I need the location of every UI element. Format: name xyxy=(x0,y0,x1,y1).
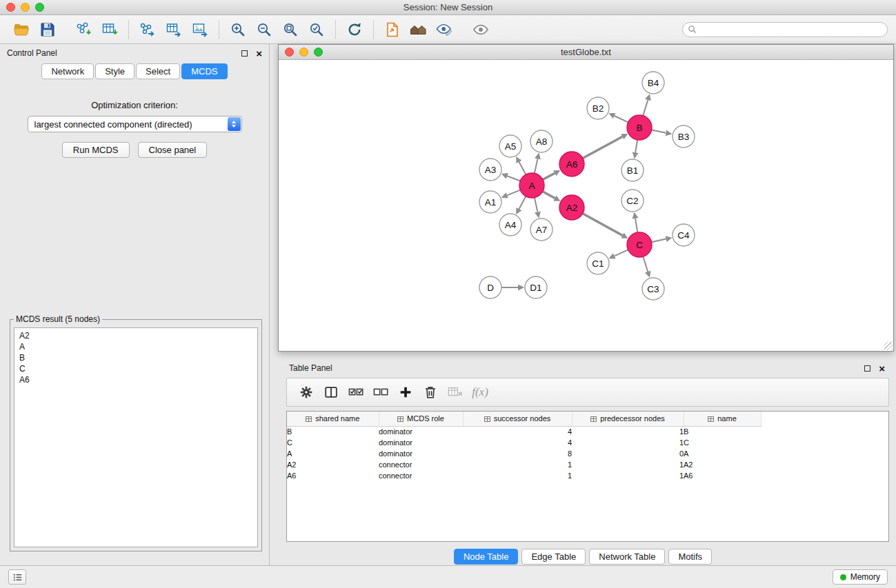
network-edge-A-A1[interactable] xyxy=(507,190,520,196)
export-image-button[interactable] xyxy=(187,18,213,41)
column-header-name[interactable]: name xyxy=(684,412,761,426)
network-edge-A-A7[interactable] xyxy=(535,198,538,212)
delete-column-button[interactable] xyxy=(418,381,443,404)
tab-network[interactable]: Network xyxy=(41,63,94,79)
tab-edge-table[interactable]: Edge Table xyxy=(521,549,586,565)
network-graph[interactable]: B4B2BB3A5A8A6A3B1AC2A1A2A4A7C4CC1C3DD1 xyxy=(279,60,893,351)
network-node-A8[interactable]: A8 xyxy=(530,130,552,152)
network-edge-C-C4[interactable] xyxy=(652,239,666,243)
network-node-B3[interactable]: B3 xyxy=(673,125,695,148)
mcds-result-item[interactable]: C xyxy=(19,363,252,374)
save-session-button[interactable] xyxy=(34,18,61,41)
network-edge-C-C1[interactable] xyxy=(615,250,628,256)
table-row[interactable]: Cdominator41C xyxy=(287,437,761,448)
network-zoom-button[interactable] xyxy=(314,48,323,57)
network-edge-C-C2[interactable] xyxy=(635,219,637,233)
network-edge-B-B2[interactable] xyxy=(615,116,628,122)
network-edge-B-B3[interactable] xyxy=(652,130,666,133)
network-node-B1[interactable]: B1 xyxy=(621,159,644,181)
network-node-B[interactable]: B xyxy=(627,115,652,140)
tab-motifs[interactable]: Motifs xyxy=(668,549,712,565)
resize-grip[interactable] xyxy=(884,342,893,350)
tab-network-table[interactable]: Network Table xyxy=(589,549,665,565)
new-column-button[interactable] xyxy=(393,381,418,404)
table-row[interactable]: A2connector11A2 xyxy=(287,459,761,470)
network-node-A6[interactable]: A6 xyxy=(559,152,584,176)
document-export-button[interactable] xyxy=(379,18,406,41)
network-canvas[interactable]: B4B2BB3A5A8A6A3B1AC2A1A2A4A7C4CC1C3DD1 xyxy=(279,60,893,351)
network-edge-A-A2[interactable] xyxy=(543,192,555,199)
optimization-dropdown[interactable]: largest connected component (directed) xyxy=(28,116,242,132)
mcds-result-item[interactable]: A xyxy=(19,341,252,352)
deselect-all-button[interactable] xyxy=(368,381,393,404)
table-row[interactable]: Bdominator41B xyxy=(287,426,761,437)
network-edge-A-A8[interactable] xyxy=(535,159,538,173)
minimize-window-button[interactable] xyxy=(21,3,30,12)
network-node-C4[interactable]: C4 xyxy=(673,224,695,246)
zoom-in-button[interactable] xyxy=(225,18,251,41)
network-node-C2[interactable]: C2 xyxy=(621,190,644,212)
column-header-MCDS-role[interactable]: MCDS role xyxy=(379,412,463,426)
close-window-button[interactable] xyxy=(6,3,15,12)
search-input[interactable] xyxy=(700,25,882,34)
network-close-button[interactable] xyxy=(285,48,294,57)
refresh-layout-button[interactable] xyxy=(341,18,368,41)
close-panel-button[interactable]: Close panel xyxy=(138,142,208,158)
panel-list-button[interactable] xyxy=(8,569,26,585)
zoom-fit-button[interactable] xyxy=(277,18,303,41)
network-edge-B-B4[interactable] xyxy=(643,100,648,116)
import-table-button[interactable] xyxy=(97,18,123,41)
network-node-A4[interactable]: A4 xyxy=(499,214,521,236)
network-node-A3[interactable]: A3 xyxy=(479,159,501,181)
network-edge-A6-B[interactable] xyxy=(583,136,623,158)
home-views-button[interactable] xyxy=(406,18,432,41)
table-settings-button[interactable] xyxy=(294,381,319,404)
float-panel-icon[interactable] xyxy=(241,50,248,57)
show-columns-button[interactable] xyxy=(319,381,344,404)
network-node-A7[interactable]: A7 xyxy=(530,219,552,241)
network-node-A2[interactable]: A2 xyxy=(559,195,584,220)
column-header-shared-name[interactable]: shared name xyxy=(287,412,379,426)
tab-mcds[interactable]: MCDS xyxy=(181,63,227,79)
import-network-button[interactable] xyxy=(70,18,97,41)
column-header-successor-nodes[interactable]: successor nodes xyxy=(463,412,572,426)
close-panel-icon[interactable]: × xyxy=(256,48,262,59)
network-edge-A-A3[interactable] xyxy=(507,176,520,181)
open-session-button[interactable] xyxy=(8,18,34,41)
network-node-A5[interactable]: A5 xyxy=(499,135,521,157)
network-node-A[interactable]: A xyxy=(519,173,544,198)
edit-graphics-details-button[interactable] xyxy=(432,18,458,41)
network-node-A1[interactable]: A1 xyxy=(479,191,501,213)
mcds-result-list[interactable]: A2ABCA6 xyxy=(14,327,258,547)
mcds-result-item[interactable]: B xyxy=(19,352,252,363)
network-node-C3[interactable]: C3 xyxy=(642,278,664,300)
network-node-D[interactable]: D xyxy=(479,276,501,298)
network-node-B4[interactable]: B4 xyxy=(642,72,664,94)
table-row[interactable]: A6connector11A6 xyxy=(287,470,761,481)
float-table-panel-icon[interactable] xyxy=(864,365,870,372)
zoom-window-button[interactable] xyxy=(35,3,44,12)
network-edge-A2-C[interactable] xyxy=(583,214,623,236)
zoom-selected-button[interactable] xyxy=(303,18,330,41)
run-mcds-button[interactable]: Run MCDS xyxy=(62,142,130,158)
network-node-C1[interactable]: C1 xyxy=(587,252,609,274)
tab-node-table[interactable]: Node Table xyxy=(454,549,519,565)
mcds-result-item[interactable]: A6 xyxy=(19,374,252,385)
zoom-out-button[interactable] xyxy=(251,18,277,41)
table-row[interactable]: Adominator80A xyxy=(287,448,761,459)
column-header-predecessor-nodes[interactable]: predecessor nodes xyxy=(572,412,684,426)
function-builder-button[interactable]: f(x) xyxy=(468,381,492,404)
mcds-result-item[interactable]: A2 xyxy=(19,330,252,341)
network-minimize-button[interactable] xyxy=(299,48,308,57)
network-node-D1[interactable]: D1 xyxy=(525,276,547,298)
export-table-button[interactable] xyxy=(161,18,187,41)
network-edge-A-A5[interactable] xyxy=(519,162,526,174)
network-edge-A-A4[interactable] xyxy=(519,196,526,209)
select-all-button[interactable] xyxy=(344,381,368,404)
network-edge-A-A6[interactable] xyxy=(543,173,555,179)
toggle-graphics-details-button[interactable] xyxy=(468,18,494,41)
delete-rows-button[interactable] xyxy=(443,381,468,404)
network-node-C[interactable]: C xyxy=(627,232,652,257)
tab-select[interactable]: Select xyxy=(136,63,180,79)
tab-style[interactable]: Style xyxy=(95,63,135,79)
